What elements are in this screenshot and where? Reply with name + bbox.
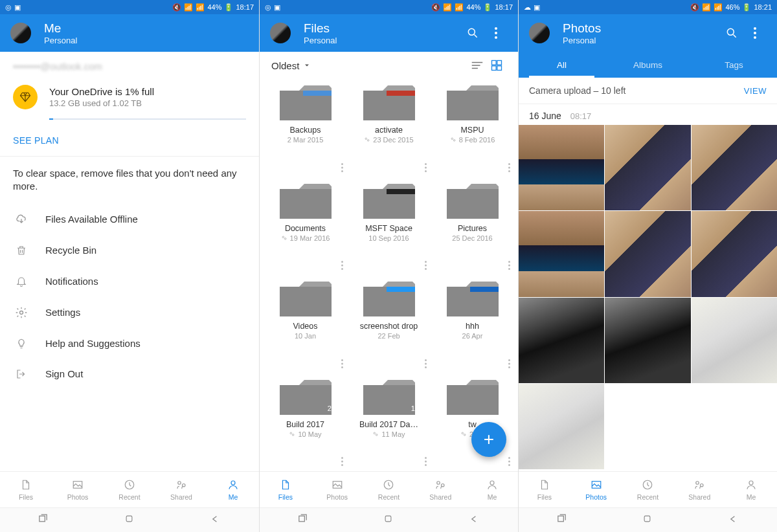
tab-photos[interactable]: Photos (311, 472, 363, 507)
folder-item[interactable]: 1 screenshot drop 22 Feb (347, 275, 431, 373)
tab-me[interactable]: Me (725, 472, 777, 507)
folder-icon: 1 (350, 280, 428, 318)
tab-shared[interactable]: Shared (155, 472, 207, 507)
tab-photos[interactable]: Photos (570, 472, 622, 507)
tab-shared[interactable]: Shared (414, 472, 466, 507)
view-link[interactable]: VIEW (744, 86, 767, 96)
photo-thumb[interactable] (605, 298, 690, 383)
me-item-signout[interactable]: Sign Out (0, 359, 259, 389)
svg-point-9 (495, 27, 497, 30)
see-plan-button[interactable]: SEE PLAN (0, 126, 259, 157)
folder-item[interactable]: 5 hhh 26 Apr (431, 275, 514, 373)
search-icon[interactable] (461, 27, 484, 39)
recents-icon[interactable] (38, 513, 49, 527)
tab-me[interactable]: Me (466, 472, 518, 507)
folder-item[interactable]: 1 Pictures 25 Dec 2016 (431, 177, 514, 276)
me-item-bell[interactable]: Notifications (0, 266, 259, 297)
photo-tab-all[interactable]: All (519, 52, 605, 78)
folder-item[interactable]: 287 Build 2017 10 May (264, 373, 347, 472)
folder-count: 1 (335, 306, 339, 314)
photo-thumb[interactable] (692, 125, 777, 210)
status-bar: ◎▣ 🔇📶📶44%🔋18:17 (0, 0, 259, 14)
recents-icon[interactable] (556, 513, 567, 527)
recents-icon[interactable] (297, 513, 308, 527)
upload-row[interactable]: Camera upload – 10 left VIEW (519, 78, 777, 104)
tab-label: Recent (637, 493, 659, 501)
svg-point-20 (341, 170, 343, 172)
overflow-menu-icon[interactable] (743, 27, 767, 39)
folder-menu-icon[interactable] (425, 359, 427, 371)
folder-menu-icon[interactable] (425, 261, 427, 272)
fab-add-button[interactable]: + (471, 422, 506, 457)
svg-rect-55 (280, 287, 332, 316)
tab-files[interactable]: Files (260, 472, 311, 507)
me-item-trash[interactable]: Recycle Bin (0, 235, 259, 266)
tab-shared[interactable]: Shared (673, 472, 725, 507)
photo-thumb[interactable] (519, 298, 604, 383)
folder-menu-icon[interactable] (508, 457, 510, 469)
search-icon[interactable] (720, 27, 743, 39)
me-item-cloud-down[interactable]: Files Available Offline (0, 204, 259, 235)
folder-menu-icon[interactable] (341, 163, 343, 175)
folder-item[interactable]: 1 Videos 10 Jan (264, 275, 347, 373)
folder-menu-icon[interactable] (508, 261, 510, 272)
tab-files[interactable]: Files (0, 472, 52, 507)
svg-point-83 (425, 461, 427, 463)
upload-text: Camera upload – 10 left (529, 85, 625, 96)
folder-menu-icon[interactable] (341, 261, 343, 272)
folder-item[interactable]: 7 Documents 19 Mar 2016 (264, 177, 347, 276)
me-item-label: Settings (45, 307, 80, 318)
overflow-menu-icon[interactable] (484, 27, 508, 39)
folder-menu-icon[interactable] (508, 163, 510, 175)
folder-count: 287 (328, 405, 339, 412)
storage-sub: 13.2 GB used of 1.02 TB (49, 98, 154, 108)
back-icon[interactable] (469, 515, 480, 526)
tab-photos[interactable]: Photos (52, 472, 104, 507)
folder-item[interactable]: 9 activate 23 Dec 2015 (347, 79, 431, 177)
photo-thumb[interactable] (519, 125, 604, 210)
home-icon[interactable] (642, 514, 652, 526)
tab-recent[interactable]: Recent (622, 472, 674, 507)
me-item-bulb[interactable]: Help and Suggestions (0, 328, 259, 359)
files-screen: ◎▣ 🔇📶📶44%🔋18:17 Files Personal Oldest (259, 0, 518, 532)
folder-item[interactable]: 4 MSPU 8 Feb 2016 (431, 79, 514, 177)
folder-menu-icon[interactable] (508, 359, 510, 371)
sort-button[interactable]: Oldest (271, 60, 311, 71)
folder-count: 9 (335, 110, 339, 118)
tab-recent[interactable]: Recent (104, 472, 155, 507)
tab-me[interactable]: Me (207, 472, 259, 507)
avatar[interactable] (270, 23, 291, 43)
folder-menu-icon[interactable] (341, 457, 343, 469)
svg-point-37 (508, 170, 510, 172)
view-grid-icon[interactable] (487, 59, 506, 72)
folder-item[interactable]: 9 Backups 2 Mar 2015 (264, 79, 347, 177)
back-icon[interactable] (728, 515, 739, 526)
folder-item[interactable]: 199 Build 2017 Da… 11 May (347, 373, 431, 472)
svg-point-11 (495, 36, 497, 39)
avatar[interactable] (10, 23, 31, 43)
avatar[interactable] (529, 23, 550, 43)
view-list-icon[interactable] (467, 58, 487, 72)
sort-label: Oldest (271, 60, 299, 71)
storage-row[interactable]: Your OneDrive is 1% full 13.2 GB used of… (0, 76, 259, 113)
me-item-gear[interactable]: Settings (0, 297, 259, 328)
photo-thumb[interactable] (519, 384, 604, 469)
back-icon[interactable] (210, 515, 221, 526)
svg-point-78 (358, 403, 360, 405)
photo-thumb[interactable] (605, 125, 690, 210)
tab-recent[interactable]: Recent (363, 472, 415, 507)
folder-menu-icon[interactable] (425, 163, 427, 175)
photo-tab-albums[interactable]: Albums (605, 52, 691, 78)
photo-tab-tags[interactable]: Tags (691, 52, 777, 78)
home-icon[interactable] (383, 514, 393, 526)
folder-item[interactable]: 1 tw 24… (431, 373, 514, 472)
tab-files[interactable]: Files (519, 472, 570, 507)
folder-item[interactable]: 1 MSFT Space 10 Sep 2016 (347, 177, 431, 276)
folder-menu-icon[interactable] (425, 457, 427, 469)
photo-thumb[interactable] (519, 211, 604, 296)
photo-thumb[interactable] (692, 211, 777, 296)
photo-thumb[interactable] (605, 211, 690, 296)
photo-thumb[interactable] (692, 298, 777, 383)
folder-menu-icon[interactable] (341, 359, 343, 371)
home-icon[interactable] (124, 514, 134, 526)
